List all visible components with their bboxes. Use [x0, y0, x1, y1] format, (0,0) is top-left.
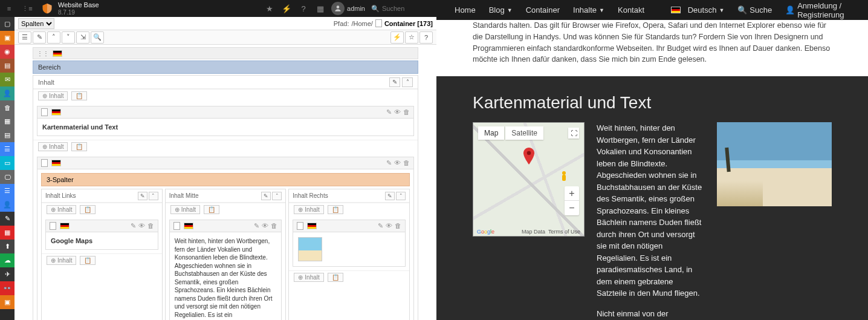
sb-item-2[interactable]: ▣	[0, 31, 15, 45]
paste-button[interactable]: 📋	[328, 205, 343, 214]
delete-icon[interactable]: 🗑	[147, 222, 154, 230]
path-container[interactable]: Container [173]	[384, 20, 433, 27]
paste-button[interactable]: 📋	[80, 256, 96, 265]
sb-item-7[interactable]: 🗑	[0, 100, 15, 114]
sb-item-21[interactable]: ▣	[0, 295, 15, 309]
add-content-button[interactable]: ⊕ Inhalt	[170, 205, 200, 214]
tool-up[interactable]: ˄	[47, 31, 60, 44]
visibility-icon[interactable]: 👁	[138, 222, 145, 230]
sb-item-14[interactable]: 👤	[0, 198, 15, 212]
tri-header[interactable]: 3-Spalter	[41, 173, 410, 186]
sb-item-15[interactable]: ✎	[0, 212, 15, 226]
edit-icon[interactable]: ✎	[385, 192, 395, 200]
fullscreen-icon[interactable]: ⛶	[568, 128, 579, 139]
add-content-button[interactable]: ⊕ Inhalt	[294, 273, 323, 282]
paste-button[interactable]: 📋	[204, 205, 219, 214]
tool-bolt[interactable]: ⚡	[390, 31, 404, 44]
list-icon[interactable]: ⋮≡	[18, 5, 36, 13]
tool-1[interactable]: ☰	[18, 31, 31, 44]
edit-icon[interactable]: ✎	[386, 159, 392, 167]
paste-button[interactable]: 📋	[80, 205, 96, 214]
nav-inhalte[interactable]: Inhalte ▼	[573, 5, 604, 15]
sb-item-16[interactable]: ▦	[0, 226, 15, 240]
zoom-in-button[interactable]: +	[565, 186, 579, 201]
sb-item-17[interactable]: ⬆	[0, 240, 15, 253]
nav-container[interactable]: Container	[526, 5, 560, 15]
pegman-icon[interactable]	[559, 171, 569, 184]
paste-button[interactable]: 📋	[71, 91, 87, 100]
delete-icon[interactable]: 🗑	[403, 108, 410, 116]
visibility-icon[interactable]: 👁	[262, 222, 268, 230]
section-bar[interactable]: Bereich	[33, 60, 418, 74]
search-box[interactable]: 🔍	[371, 5, 430, 13]
map-tab-map[interactable]: Map	[478, 126, 504, 140]
paste-button[interactable]: 📋	[71, 142, 87, 151]
grip-icon[interactable]: ⋮⋮	[37, 50, 49, 57]
tool-help[interactable]: ?	[419, 31, 433, 44]
delete-icon[interactable]: 🗑	[395, 222, 401, 230]
sb-item-19[interactable]: ✈	[0, 267, 15, 281]
tool-star[interactable]: ☆	[405, 31, 418, 44]
sb-item-1[interactable]: ▢	[0, 17, 15, 31]
delete-icon[interactable]: 🗑	[271, 222, 277, 230]
edit-icon[interactable]: ✎	[386, 108, 392, 116]
sb-item-3[interactable]: ◉	[0, 45, 15, 59]
visibility-icon[interactable]: 👁	[386, 222, 392, 230]
news-icon[interactable]: ▦	[312, 4, 329, 13]
nav-blog[interactable]: Blog ▼	[489, 5, 513, 15]
menu-icon[interactable]: ≡	[0, 5, 18, 12]
add-content-button[interactable]: ⊕ Inhalt	[38, 142, 68, 151]
sb-item-4[interactable]: ▤	[0, 59, 15, 73]
nav-kontakt[interactable]: Kontakt	[618, 5, 644, 15]
search-input[interactable]	[382, 5, 430, 12]
collapse-icon[interactable]: ˄	[402, 77, 413, 87]
nav-search[interactable]: 🔍 Suche	[737, 5, 772, 15]
collapse-icon[interactable]: ˄	[396, 192, 406, 200]
edit-icon[interactable]: ✎	[254, 222, 259, 230]
edit-icon[interactable]: ✎	[131, 222, 136, 230]
sb-item-6[interactable]: 👤	[0, 87, 15, 100]
collapse-icon[interactable]: ˄	[149, 192, 158, 200]
google-map[interactable]: Map Satellite ⛶ + − Google Map Data Term…	[473, 122, 585, 237]
sb-item-11[interactable]: ▭	[0, 156, 15, 170]
path-home[interactable]: /Home/	[351, 20, 372, 27]
sb-item-8[interactable]: ▦	[0, 114, 15, 128]
sb-item-9[interactable]: ▤	[0, 128, 15, 142]
tool-down[interactable]: ˅	[62, 31, 75, 44]
add-content-button[interactable]: ⊕ Inhalt	[47, 256, 76, 265]
map-tab-satellite[interactable]: Satellite	[505, 126, 543, 140]
user-name[interactable]: admin	[347, 5, 365, 12]
help-icon[interactable]: ?	[295, 4, 312, 13]
zoom-out-button[interactable]: −	[565, 201, 579, 215]
delete-icon[interactable]: 🗑	[403, 159, 410, 167]
visibility-icon[interactable]: 👁	[394, 108, 401, 116]
edit-icon[interactable]: ✎	[261, 192, 271, 200]
sb-item-10[interactable]: ☰	[0, 142, 15, 156]
star-icon[interactable]: ★	[261, 4, 278, 13]
nav-home[interactable]: Home	[455, 5, 476, 15]
add-content-button[interactable]: ⊕ Inhalt	[47, 205, 76, 214]
add-content-button[interactable]: ⊕ Inhalt	[38, 91, 68, 100]
sb-item-12[interactable]: 🖵	[0, 170, 15, 184]
sb-item-18[interactable]: ☁	[0, 253, 15, 267]
app-logo[interactable]	[40, 1, 54, 16]
edit-icon[interactable]: ✎	[138, 192, 147, 200]
edit-icon[interactable]: ✎	[389, 77, 400, 87]
add-content-button[interactable]: ⊕ Inhalt	[294, 205, 323, 214]
sb-item-5[interactable]: ✉	[0, 73, 15, 87]
terms-link[interactable]: Terms of Use	[548, 229, 580, 235]
sb-item-13[interactable]: ☰	[0, 184, 15, 198]
user-avatar[interactable]	[331, 2, 345, 15]
nav-login[interactable]: 👤 Anmeldung / Registrierung	[785, 1, 850, 19]
visibility-icon[interactable]: 👁	[394, 159, 401, 167]
edit-icon[interactable]: ✎	[378, 222, 383, 230]
bolt-icon[interactable]: ⚡	[278, 4, 295, 13]
sb-item-20[interactable]: 👓	[0, 281, 15, 295]
layout-select[interactable]: Spalten	[18, 18, 54, 29]
tool-2[interactable]: ✎	[33, 31, 46, 44]
tool-search[interactable]: 🔍	[91, 31, 104, 44]
paste-button[interactable]: 📋	[328, 273, 343, 282]
collapse-icon[interactable]: ˄	[272, 192, 282, 200]
map-data-link[interactable]: Map Data	[522, 229, 545, 235]
nav-lang[interactable]: Deutsch ▼	[671, 5, 724, 15]
